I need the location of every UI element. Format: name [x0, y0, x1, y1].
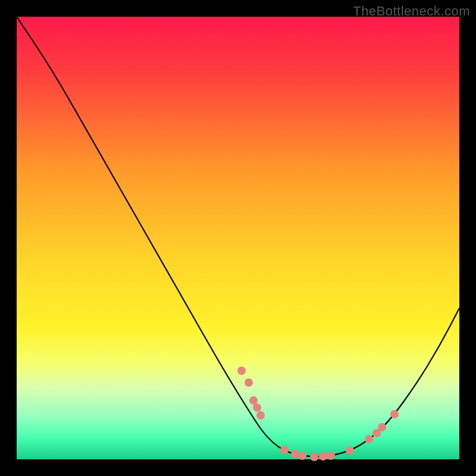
data-point: [327, 452, 335, 460]
data-point: [280, 446, 289, 454]
data-point: [346, 446, 354, 455]
bottleneck-curve: [17, 17, 459, 459]
data-point: [237, 367, 246, 375]
chart-frame: [17, 17, 459, 459]
data-point: [256, 411, 265, 419]
data-point: [319, 452, 327, 461]
data-point: [378, 423, 386, 431]
watermark-text: TheBottleneck.com: [353, 4, 470, 19]
data-point: [365, 435, 373, 443]
data-point: [245, 378, 253, 387]
data-point: [253, 403, 261, 412]
data-point: [390, 410, 399, 418]
data-point: [310, 453, 318, 461]
data-point: [298, 452, 306, 460]
